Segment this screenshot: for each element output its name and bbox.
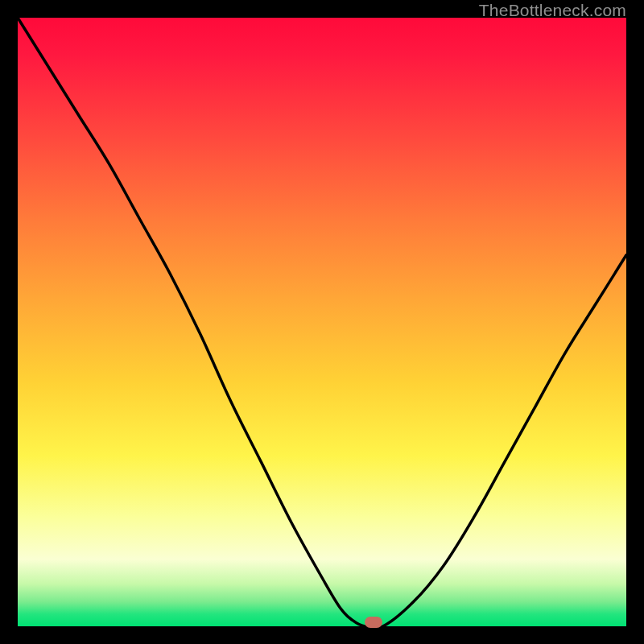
plot-area bbox=[18, 18, 626, 626]
optimum-marker bbox=[365, 617, 382, 628]
chart-frame: TheBottleneck.com bbox=[0, 0, 644, 644]
bottleneck-curve bbox=[18, 18, 626, 626]
